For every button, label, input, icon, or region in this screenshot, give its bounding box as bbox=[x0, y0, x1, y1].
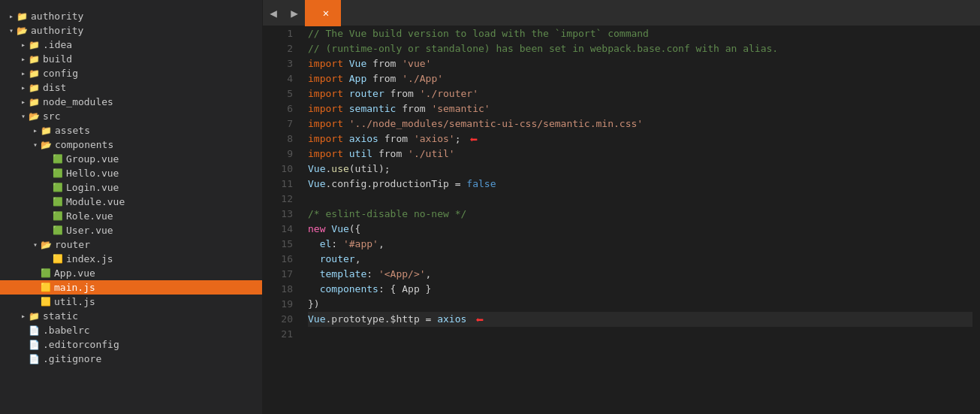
tree-item-components[interactable]: components bbox=[0, 137, 262, 152]
tree-item-router[interactable]: router bbox=[0, 237, 262, 252]
tree-item-icon bbox=[53, 254, 63, 264]
code-line: el: '#app', bbox=[308, 237, 972, 252]
code-line: import App from './App' bbox=[308, 71, 972, 86]
code-line: import router from './router' bbox=[308, 86, 972, 101]
tree-arrow bbox=[30, 240, 41, 249]
tree-item-label: build bbox=[43, 53, 72, 65]
tree-item-icon bbox=[41, 125, 52, 136]
tree-item-icon bbox=[53, 197, 63, 207]
tree-item-src[interactable]: src bbox=[0, 109, 262, 123]
line-number: 15 bbox=[270, 237, 293, 252]
code-line: import util from './util' bbox=[308, 147, 972, 162]
code-line bbox=[308, 192, 972, 207]
tree-item-label: .editorconfig bbox=[43, 339, 119, 350]
tree-item-authority-open[interactable]: authority bbox=[0, 23, 262, 38]
code-line: Vue.use(util); bbox=[308, 162, 972, 177]
line-number: 19 bbox=[270, 297, 293, 312]
code-line: // The Vue build version to load with th… bbox=[308, 26, 972, 41]
tree-item-node_modules[interactable]: node_modules bbox=[0, 95, 262, 109]
tree-item-icon bbox=[53, 168, 63, 178]
tree-item-icon bbox=[29, 311, 40, 322]
tree-item-Hello.vue[interactable]: Hello.vue bbox=[0, 166, 262, 180]
tab-main-js[interactable]: ✕ bbox=[305, 0, 341, 26]
code-line: router, bbox=[308, 252, 972, 267]
tree-item-label: Role.vue bbox=[66, 210, 113, 222]
tree-item-.gitignore[interactable]: .gitignore bbox=[0, 352, 262, 366]
tree-item-icon bbox=[29, 68, 40, 79]
line-number: 5 bbox=[270, 86, 293, 101]
tree-item-assets[interactable]: assets bbox=[0, 123, 262, 137]
tree-arrow bbox=[18, 112, 29, 120]
tree-item-.editorconfig[interactable]: .editorconfig bbox=[0, 337, 262, 352]
tree-item-label: Group.vue bbox=[66, 153, 119, 165]
tree-item-label: Module.vue bbox=[66, 196, 125, 207]
line-numbers: 123456789101112131415161718192021 bbox=[263, 26, 300, 414]
tree-item-icon bbox=[41, 297, 51, 307]
tree-item-icon bbox=[53, 183, 63, 192]
sidebar-header bbox=[0, 0, 262, 9]
code-line: new Vue({ bbox=[308, 222, 972, 237]
code-line: /* eslint-disable no-new */ bbox=[308, 207, 972, 222]
code-line: import semantic from 'semantic' bbox=[308, 101, 972, 116]
line-number: 14 bbox=[270, 222, 293, 237]
code-line: // (runtime-only or standalone) has been… bbox=[308, 41, 972, 56]
file-tree: authorityauthority.ideabuildconfigdistno… bbox=[0, 9, 262, 366]
code-lines[interactable]: // The Vue build version to load with th… bbox=[300, 26, 980, 414]
tree-arrow bbox=[6, 12, 17, 20]
code-line: Vue.prototype.$http = axios ⬅ bbox=[308, 312, 972, 327]
tree-item-icon bbox=[17, 11, 28, 22]
tree-item-label: src bbox=[43, 110, 60, 122]
tree-arrow bbox=[30, 141, 41, 149]
tree-item-label: node_modules bbox=[43, 96, 113, 107]
tree-item-static[interactable]: static bbox=[0, 309, 262, 323]
tree-item-label: .gitignore bbox=[43, 353, 101, 364]
tree-item-index.js[interactable]: index.js bbox=[0, 252, 262, 266]
tree-item-build[interactable]: build bbox=[0, 52, 262, 66]
tree-item-.babelrc[interactable]: .babelrc bbox=[0, 323, 262, 337]
code-line: import Vue from 'vue' bbox=[308, 56, 972, 71]
tree-item-label: assets bbox=[55, 125, 90, 136]
tree-arrow bbox=[18, 98, 29, 106]
tree-arrow bbox=[18, 83, 29, 92]
line-number: 12 bbox=[270, 192, 293, 207]
code-line: Vue.config.productionTip = false bbox=[308, 177, 972, 192]
line-number: 20 bbox=[270, 312, 293, 327]
tree-item-dist[interactable]: dist bbox=[0, 80, 262, 95]
tab-bar: ◀ ▶ ✕ bbox=[263, 0, 980, 26]
tree-item-label: User.vue bbox=[66, 225, 113, 236]
line-number: 10 bbox=[270, 162, 293, 177]
tree-item-icon bbox=[53, 211, 63, 221]
nav-back-button[interactable]: ◀ bbox=[263, 0, 284, 26]
tree-item-config[interactable]: config bbox=[0, 66, 262, 80]
tree-item-authority-root[interactable]: authority bbox=[0, 9, 262, 23]
code-line: import '../node_modules/semantic-ui-css/… bbox=[308, 116, 972, 131]
tree-item-App.vue[interactable]: App.vue bbox=[0, 266, 262, 280]
tree-item-icon bbox=[29, 111, 40, 122]
tree-item-Role.vue[interactable]: Role.vue bbox=[0, 209, 262, 223]
tree-item-Group.vue[interactable]: Group.vue bbox=[0, 152, 262, 166]
tree-item-main.js[interactable]: main.js bbox=[0, 280, 262, 295]
tree-item-label: util.js bbox=[54, 296, 95, 307]
tree-arrow bbox=[18, 55, 29, 63]
tree-item-label: App.vue bbox=[54, 267, 95, 279]
tree-item-Module.vue[interactable]: Module.vue bbox=[0, 195, 262, 209]
tree-item-label: authority bbox=[31, 11, 83, 22]
line-number: 21 bbox=[270, 327, 293, 342]
tree-item-util.js[interactable]: util.js bbox=[0, 295, 262, 309]
tree-item-idea[interactable]: .idea bbox=[0, 38, 262, 52]
tree-arrow bbox=[18, 69, 29, 77]
tree-item-icon bbox=[41, 268, 51, 278]
line-number: 13 bbox=[270, 207, 293, 222]
tree-item-User.vue[interactable]: User.vue bbox=[0, 223, 262, 237]
tree-item-label: .idea bbox=[43, 39, 72, 50]
tree-arrow bbox=[6, 26, 17, 35]
nav-forward-button[interactable]: ▶ bbox=[284, 0, 305, 26]
tree-arrow bbox=[18, 312, 29, 320]
tab-close-button[interactable]: ✕ bbox=[320, 7, 332, 19]
line-number: 18 bbox=[270, 282, 293, 297]
tree-item-label: authority bbox=[31, 25, 83, 36]
tree-item-Login.vue[interactable]: Login.vue bbox=[0, 180, 262, 195]
tree-item-icon bbox=[29, 40, 40, 50]
line-number: 11 bbox=[270, 177, 293, 192]
tree-item-icon bbox=[29, 354, 40, 364]
